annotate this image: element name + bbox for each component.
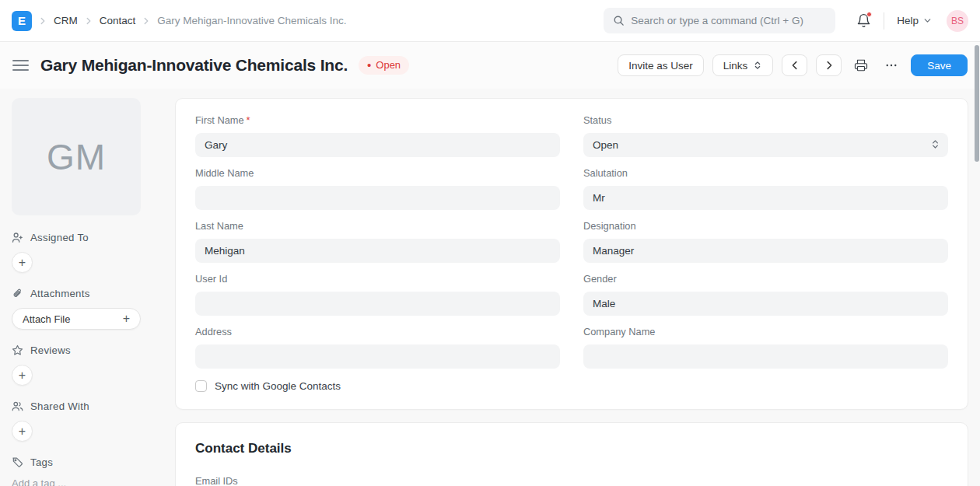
middle-name-input[interactable] [195, 186, 560, 210]
links-dropdown-button[interactable]: Links [712, 54, 774, 76]
email-ids-label: Email IDs [195, 475, 948, 486]
user-plus-icon [12, 232, 23, 243]
sidebar-toggle-icon[interactable] [12, 60, 29, 71]
more-options-button[interactable] [880, 54, 902, 76]
gender-label: Gender [583, 273, 617, 285]
ellipsis-icon [884, 58, 898, 72]
field-user-id: User Id [195, 273, 560, 316]
designation-label: Designation [583, 220, 636, 232]
breadcrumb-contact[interactable]: Contact [100, 15, 136, 26]
field-salutation: Salutation [583, 167, 948, 210]
address-input[interactable] [195, 344, 560, 369]
field-designation: Designation [583, 220, 948, 263]
status-label: Status [583, 114, 611, 126]
salutation-label: Salutation [583, 167, 628, 179]
users-icon [12, 400, 23, 412]
tag-icon [12, 456, 23, 468]
next-record-button[interactable] [816, 54, 842, 76]
page-content: GM Assigned To + Attachments Attach File… [0, 89, 980, 486]
page-title: Gary Mehigan-Innovative Chemicals Inc. [40, 56, 348, 75]
tags-section: Tags [12, 456, 141, 468]
search-icon [613, 15, 625, 26]
sync-google-contacts-row: Sync with Google Contacts [195, 380, 948, 392]
reviews-label: Reviews [30, 344, 71, 356]
field-company-name: Company Name [583, 326, 948, 369]
sync-google-contacts-label: Sync with Google Contacts [215, 380, 341, 392]
invite-as-user-button[interactable]: Invite as User [618, 54, 704, 76]
chevron-right-icon [141, 16, 152, 26]
status-badge: • Open [359, 56, 409, 75]
paperclip-icon [12, 288, 23, 299]
contact-details-heading: Contact Details [195, 441, 948, 456]
form-main: First Name* Status Middle Name [175, 98, 968, 486]
sync-google-contacts-checkbox[interactable] [195, 380, 207, 392]
field-first-name: First Name* [195, 114, 560, 157]
first-name-label: First Name [195, 114, 244, 126]
first-name-input[interactable] [195, 133, 560, 157]
last-name-input[interactable] [195, 239, 560, 263]
field-gender: Gender [583, 273, 948, 316]
form-sidebar: GM Assigned To + Attachments Attach File… [12, 98, 141, 486]
breadcrumb-current-record: Gary Mehigan-Innovative Chemicals Inc. [157, 15, 346, 26]
chevron-down-icon [922, 16, 933, 26]
company-name-input[interactable] [583, 344, 948, 369]
plus-icon: + [123, 312, 130, 326]
app-logo[interactable]: E [12, 11, 32, 31]
help-label: Help [897, 15, 919, 26]
chevron-right-icon [824, 60, 835, 71]
shared-with-label: Shared With [30, 400, 89, 412]
salutation-input[interactable] [583, 186, 948, 210]
middle-name-label: Middle Name [195, 167, 254, 179]
add-tag-input[interactable]: Add a tag ... [12, 477, 141, 486]
attachments-section: Attachments [12, 288, 141, 299]
top-navbar: E CRM Contact Gary Mehigan-Innovative Ch… [0, 0, 980, 42]
breadcrumb-crm[interactable]: CRM [54, 15, 78, 26]
header-actions: Invite as User Links Save [618, 54, 968, 76]
global-search[interactable] [604, 8, 835, 33]
required-asterisk: * [247, 114, 250, 126]
user-avatar[interactable]: BS [947, 10, 968, 32]
user-id-label: User Id [195, 273, 227, 285]
field-middle-name: Middle Name [195, 167, 560, 210]
field-address: Address [195, 326, 560, 369]
print-button[interactable] [850, 54, 872, 76]
attach-file-label: Attach File [23, 313, 70, 325]
contact-details-card: Contact Details Email IDs No. Email ID I… [175, 422, 968, 486]
page-scrollbar[interactable] [975, 45, 979, 162]
notifications-button[interactable] [856, 13, 871, 28]
designation-input[interactable] [583, 239, 948, 263]
chevron-right-icon [37, 16, 48, 26]
links-label: Links [723, 60, 748, 72]
assigned-to-label: Assigned To [30, 232, 89, 243]
assigned-to-section: Assigned To [12, 232, 141, 243]
status-badge-label: Open [376, 59, 401, 71]
chevron-left-icon [789, 60, 800, 71]
company-name-label: Company Name [583, 326, 655, 337]
address-label: Address [195, 326, 232, 337]
gender-input[interactable] [583, 292, 948, 316]
add-review-button[interactable]: + [12, 365, 33, 386]
field-last-name: Last Name [195, 220, 560, 263]
save-button[interactable]: Save [911, 54, 968, 76]
status-select[interactable] [583, 133, 948, 157]
form-grid: First Name* Status Middle Name [195, 114, 948, 369]
last-name-label: Last Name [195, 220, 243, 232]
search-input[interactable] [631, 15, 826, 26]
chevron-right-icon [83, 16, 94, 26]
printer-icon [854, 58, 868, 72]
navbar-divider [884, 12, 884, 30]
attach-file-button[interactable]: Attach File + [12, 308, 141, 330]
chevrons-up-down-icon [753, 61, 762, 70]
tags-label: Tags [30, 456, 53, 468]
user-id-input[interactable] [195, 292, 560, 316]
add-assignment-button[interactable]: + [12, 252, 33, 273]
shared-with-section: Shared With [12, 400, 141, 412]
add-share-button[interactable]: + [12, 421, 33, 442]
help-menu[interactable]: Help [897, 15, 933, 26]
previous-record-button[interactable] [782, 54, 807, 76]
page-header: Gary Mehigan-Innovative Chemicals Inc. •… [0, 42, 980, 89]
attachments-label: Attachments [30, 288, 90, 299]
star-icon [12, 344, 23, 356]
record-avatar[interactable]: GM [12, 98, 141, 215]
field-status: Status [583, 114, 948, 157]
